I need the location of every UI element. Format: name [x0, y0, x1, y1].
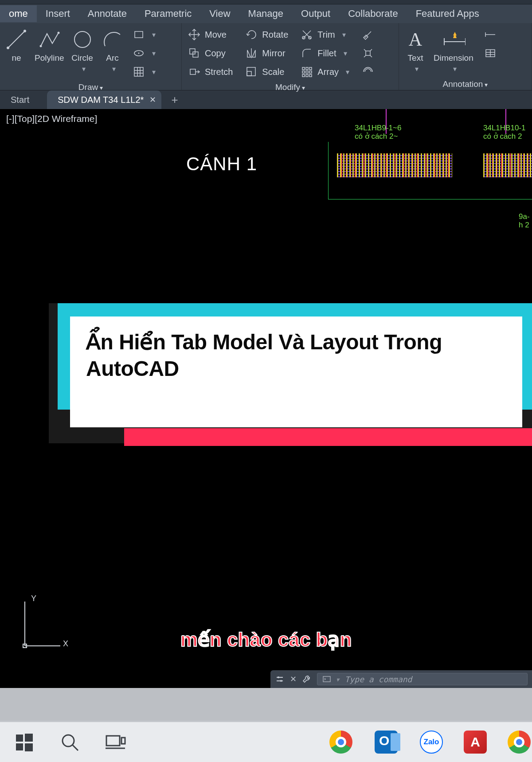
- autocad-icon[interactable]: A: [464, 731, 487, 754]
- command-input[interactable]: ▾ Type a command: [317, 673, 528, 685]
- scale-tool[interactable]: Scale: [243, 64, 290, 80]
- copy-tool[interactable]: Copy: [186, 45, 235, 61]
- svg-rect-66: [25, 743, 33, 751]
- command-bar: ✕ ▾ Type a command: [270, 670, 532, 688]
- ribbon: ne Polyline Circle ▾ Arc ▾: [0, 23, 532, 90]
- offset-tool[interactable]: [360, 64, 376, 80]
- ellipse-tool[interactable]: ▾: [131, 45, 157, 61]
- svg-line-0: [8, 31, 25, 48]
- viewport-state[interactable]: [-][Top][2D Wireframe]: [1, 111, 102, 127]
- ribbon-tab-output[interactable]: Output: [292, 5, 339, 22]
- ucs-icon[interactable]: Y X: [12, 595, 65, 653]
- erase-tool[interactable]: [360, 27, 376, 43]
- customize-icon[interactable]: [275, 674, 285, 684]
- chevron-down-icon: ▾: [82, 65, 86, 73]
- start-tab[interactable]: Start: [0, 90, 47, 109]
- ribbon-tab-view[interactable]: View: [200, 5, 239, 22]
- array-label: Array: [317, 67, 339, 77]
- overlay-title: Ẩn Hiển Tab Model Và Layout Trong AutoCA…: [86, 329, 506, 382]
- table-tool[interactable]: [482, 45, 498, 61]
- scale-icon: [245, 66, 258, 78]
- svg-rect-69: [106, 736, 120, 746]
- file-tab[interactable]: SDW DAM T34 L1L2* ✕: [47, 90, 161, 109]
- rotate-tool[interactable]: Rotate: [243, 27, 290, 43]
- overlay-card: Ẩn Hiển Tab Model Và Layout Trong AutoCA…: [70, 317, 522, 427]
- annot-text: 34L1HB10-1có ở cách 2: [483, 124, 525, 141]
- annotation-panel-title[interactable]: Annotation▾: [399, 79, 532, 90]
- text-tool[interactable]: A Text ▾: [403, 26, 427, 73]
- windows-start-icon[interactable]: [12, 729, 37, 755]
- offset-icon: [362, 66, 374, 78]
- svg-point-1: [7, 47, 9, 49]
- outlook-icon[interactable]: [373, 729, 399, 755]
- svg-rect-40: [366, 51, 370, 55]
- svg-rect-29: [302, 67, 305, 70]
- hatch-icon: [133, 66, 145, 78]
- ribbon-tab-insert[interactable]: Insert: [37, 5, 79, 22]
- modify-panel-title[interactable]: Modify▾: [182, 82, 399, 93]
- ribbon-tab-row: ome Insert Annotate Parametric View Mana…: [0, 4, 532, 23]
- rectangle-tool[interactable]: ▾: [131, 27, 157, 43]
- array-icon: [301, 66, 313, 78]
- svg-point-5: [74, 31, 90, 47]
- ribbon-tab-manage[interactable]: Manage: [239, 5, 293, 22]
- chrome-icon[interactable]: [328, 729, 354, 755]
- svg-rect-17: [193, 52, 198, 57]
- copy-label: Copy: [205, 48, 226, 59]
- arc-tool[interactable]: Arc ▾: [101, 26, 125, 73]
- text-label: Text: [408, 53, 423, 63]
- ribbon-tab-parametric[interactable]: Parametric: [136, 5, 200, 22]
- svg-rect-30: [306, 67, 308, 70]
- svg-rect-36: [306, 74, 308, 77]
- svg-rect-33: [306, 71, 308, 73]
- svg-rect-35: [302, 74, 305, 77]
- svg-rect-62: [323, 676, 330, 682]
- line-label: ne: [12, 53, 21, 63]
- trim-icon: [301, 28, 313, 41]
- zalo-icon[interactable]: Zalo: [419, 729, 444, 755]
- close-icon[interactable]: ✕: [149, 95, 156, 105]
- move-tool[interactable]: Move: [186, 27, 235, 43]
- taskbar: Zalo A: [0, 721, 532, 762]
- svg-marker-48: [453, 32, 457, 38]
- svg-point-60: [278, 676, 279, 678]
- copy-icon: [188, 47, 200, 59]
- svg-marker-20: [247, 50, 250, 57]
- terminal-icon: [322, 674, 332, 684]
- new-tab-button[interactable]: +: [161, 93, 188, 107]
- chrome-icon[interactable]: [506, 729, 532, 755]
- polyline-tool[interactable]: Polyline: [35, 26, 64, 63]
- dimension-tool[interactable]: Dimension ▾: [434, 26, 473, 73]
- overlay-accent: [124, 428, 532, 446]
- ribbon-tab-collaborate[interactable]: Collaborate: [339, 5, 407, 22]
- search-icon[interactable]: [57, 729, 82, 755]
- mirror-tool[interactable]: Mirror: [243, 45, 290, 61]
- leader-tool[interactable]: [482, 27, 498, 43]
- line-tool[interactable]: ne: [4, 26, 28, 63]
- stretch-tool[interactable]: Stretch: [186, 64, 235, 80]
- circle-tool[interactable]: Circle ▾: [70, 26, 94, 73]
- explode-icon: [362, 47, 374, 59]
- explode-tool[interactable]: [360, 45, 376, 61]
- hatch-tool[interactable]: ▾: [131, 64, 157, 80]
- wrench-icon[interactable]: [302, 674, 312, 684]
- drawing-area[interactable]: [-][Top][2D Wireframe] 34L1HB9-1~6có ở c…: [0, 109, 532, 688]
- rectangle-icon: [133, 28, 145, 41]
- command-placeholder: Type a command: [345, 675, 412, 684]
- text-icon: A: [403, 27, 427, 51]
- svg-point-3: [40, 45, 42, 47]
- ribbon-tab-annotate[interactable]: Annotate: [79, 5, 136, 22]
- ribbon-tab-featured-apps[interactable]: Featured Apps: [407, 5, 488, 22]
- drawing-label: CÁNH 1: [186, 153, 257, 175]
- svg-rect-9: [134, 67, 143, 76]
- task-view-icon[interactable]: [102, 729, 128, 755]
- svg-rect-34: [309, 71, 312, 73]
- close-icon[interactable]: ✕: [290, 674, 297, 684]
- ucs-x-label: X: [63, 639, 68, 649]
- fillet-tool[interactable]: Fillet▾: [299, 45, 351, 61]
- ribbon-tab-home[interactable]: ome: [0, 5, 37, 22]
- svg-rect-18: [190, 69, 196, 74]
- move-icon: [188, 28, 200, 41]
- trim-tool[interactable]: Trim▾: [299, 27, 351, 43]
- array-tool[interactable]: Array▾: [299, 64, 351, 80]
